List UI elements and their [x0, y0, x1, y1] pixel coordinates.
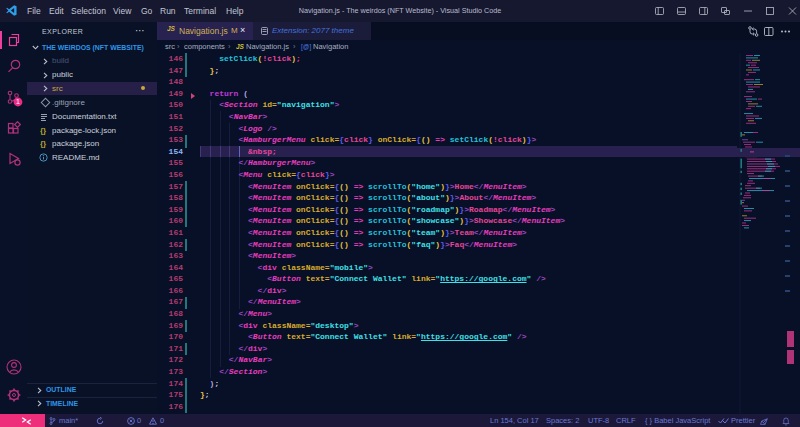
svg-text:1: 1 — [16, 98, 20, 105]
